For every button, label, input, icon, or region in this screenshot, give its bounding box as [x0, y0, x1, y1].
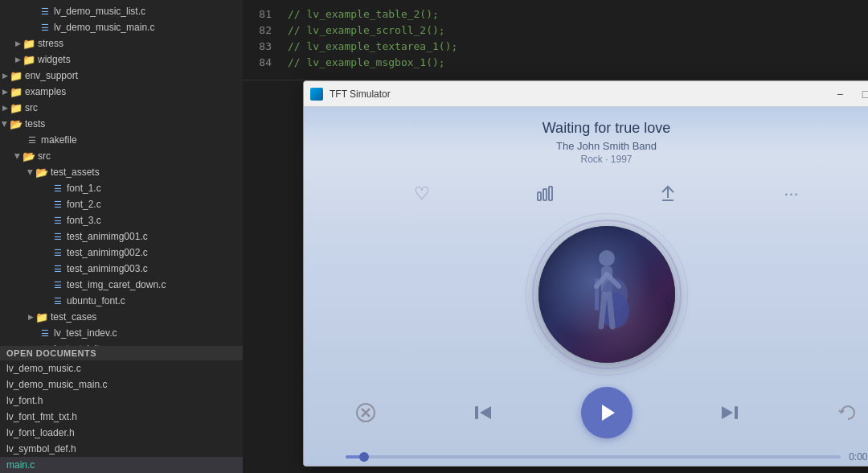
tree-item-test-img-caret[interactable]: ☰ test_img_caret_down.c [0, 277, 243, 293]
chevron-right-icon: ▶ [0, 104, 10, 112]
tree-item-test-cases[interactable]: ▶ 📁 test_cases [0, 309, 243, 325]
tree-label: test_animimg001.c [67, 231, 148, 242]
folder-icon: 📁 [23, 53, 35, 66]
maximize-button[interactable]: □ [854, 86, 868, 102]
favorite-button[interactable]: ♡ [406, 178, 438, 210]
simulator-titlebar: TFT Simulator − □ × [304, 81, 868, 107]
tree-label: ubuntu_font.c [67, 295, 125, 306]
svg-marker-18 [722, 406, 733, 419]
svg-point-3 [599, 250, 615, 266]
tree-label: test_animimg003.c [67, 263, 148, 274]
open-doc-lv-symbol-def[interactable]: lv_symbol_def.h [0, 441, 243, 457]
file-c-icon: ☰ [51, 294, 64, 307]
music-player: Waiting for true love The John Smith Ban… [304, 107, 868, 466]
file-c-icon: ☰ [51, 198, 64, 211]
chart-button[interactable] [529, 178, 561, 210]
progress-bar[interactable] [346, 455, 841, 459]
play-button[interactable] [581, 387, 633, 438]
line-num-84: 84 [249, 55, 272, 71]
tree-label: test_cases [51, 311, 96, 323]
tree-item-env-support[interactable]: ▶ 📁 env_support [0, 68, 243, 84]
tree-item-src-root[interactable]: ▶ 📁 src [0, 100, 243, 116]
open-doc-lv-demo-music-main[interactable]: lv_demo_music_main.c [0, 376, 243, 393]
shuffle-button[interactable] [346, 393, 386, 433]
previous-button[interactable] [463, 393, 503, 433]
tree-item-test-animimg002[interactable]: ☰ test_animimg002.c [0, 245, 243, 261]
file-c-icon: ☰ [39, 327, 51, 339]
open-doc-label: main.c [6, 459, 35, 471]
file-c-icon: ☰ [51, 278, 64, 291]
chevron-down-icon: ▶ [1, 119, 9, 129]
folder-icon: 📁 [10, 69, 23, 82]
code-lines: 81 82 83 84 // lv_example_table_2(); // … [243, 0, 868, 80]
tree-item-ubuntu-font[interactable]: ☰ ubuntu_font.c [0, 293, 243, 309]
progress-thumb [359, 452, 369, 462]
simulator-title: TFT Simulator [330, 88, 829, 100]
open-doc-main-c[interactable]: main.c [0, 457, 243, 473]
simulator-window-controls: − □ × [829, 86, 868, 102]
share-button[interactable] [652, 178, 684, 210]
file-c-icon: ☰ [51, 262, 64, 275]
chevron-right-icon: ▶ [13, 56, 23, 64]
code-line-82: // lv_example_scroll_2(); [281, 23, 868, 39]
tree-item-widgets[interactable]: ▶ 📁 widgets [0, 51, 243, 68]
tree-label: examples [25, 86, 66, 97]
tree-item-tests[interactable]: ▶ 📂 tests [0, 116, 243, 132]
tree-item-stress[interactable]: ▶ 📁 stress [0, 35, 243, 51]
tree-label: env_support [25, 70, 78, 81]
song-title: Waiting for true love [542, 120, 670, 137]
line-num-81: 81 [249, 6, 272, 23]
minimize-button[interactable]: − [829, 86, 851, 102]
tree-item-makefile[interactable]: ☰ makefile [0, 132, 243, 148]
chevron-down-icon: ▶ [14, 151, 22, 161]
tree-item-test-assets[interactable]: ▶ 📂 test_assets [0, 164, 243, 180]
tree-label: tests [25, 118, 45, 130]
open-doc-label: lv_demo_music_main.c [6, 379, 107, 390]
progress-fill [346, 455, 366, 459]
tree-label: test_img_caret_down.c [67, 279, 166, 290]
code-line-83: // lv_example_textarea_1(); [281, 39, 868, 55]
file-icon: ☰ [26, 134, 39, 146]
file-c-icon: ☰ [39, 21, 51, 34]
folder-icon: 📁 [23, 37, 35, 50]
code-content: // lv_example_table_2(); // lv_example_s… [281, 0, 868, 80]
tree-item-test-animimg003[interactable]: ☰ test_animimg003.c [0, 261, 243, 277]
folder-open-icon: 📂 [10, 117, 23, 130]
code-line-84: // lv_example_msgbox_1(); [281, 55, 868, 71]
code-line-81: // lv_example_table_2(); [281, 6, 868, 23]
repeat-button[interactable] [828, 393, 868, 433]
action-icons-row: ♡ ··· [406, 178, 808, 210]
tree-item-lv-test-indev[interactable]: ☰ lv_test_indev.c [0, 325, 243, 341]
tree-item-lv-demo-music-main[interactable]: ☰ lv_demo_music_main.c [0, 19, 243, 35]
open-doc-lv-font-fmt[interactable]: lv_font_fmt_txt.h [0, 409, 243, 425]
open-doc-lv-font[interactable]: lv_font.h [0, 393, 243, 409]
file-tree: ☰ lv_demo_music_list.c ☰ lv_demo_music_m… [0, 0, 243, 346]
code-editor-area: 81 82 83 84 // lv_example_table_2(); // … [243, 0, 868, 473]
chevron-right-icon: ▶ [13, 39, 23, 47]
tree-label: lv_demo_music_main.c [54, 22, 154, 33]
tree-item-src2[interactable]: ▶ 📂 src [0, 148, 243, 164]
open-doc-label: lv_font.h [6, 395, 43, 406]
next-button[interactable] [710, 393, 750, 433]
open-doc-label: lv_font_loader.h [6, 427, 75, 438]
open-doc-label: lv_font_fmt_txt.h [6, 411, 77, 422]
svg-rect-16 [475, 406, 478, 419]
tree-item-font2[interactable]: ☰ font_2.c [0, 196, 243, 212]
tree-item-lv-demo-music-list[interactable]: ☰ lv_demo_music_list.c [0, 3, 243, 19]
tree-item-font3[interactable]: ☰ font_3.c [0, 212, 243, 228]
svg-rect-2 [549, 187, 552, 200]
time-current: 0:00 [849, 451, 867, 463]
tree-label: src [25, 102, 38, 113]
tree-item-test-animimg001[interactable]: ☰ test_animimg001.c [0, 228, 243, 245]
open-doc-lv-demo-music[interactable]: lv_demo_music.c [0, 360, 243, 376]
svg-rect-1 [543, 189, 547, 200]
tree-label: widgets [38, 54, 71, 65]
tree-item-font1[interactable]: ☰ font_1.c [0, 180, 243, 196]
open-docs-list: lv_demo_music.c lv_demo_music_main.c lv_… [0, 360, 243, 473]
song-info: Rock · 1997 [580, 154, 632, 165]
open-doc-lv-font-loader[interactable]: lv_font_loader.h [0, 425, 243, 441]
more-button[interactable]: ··· [775, 178, 807, 210]
playback-controls [346, 387, 868, 438]
tree-label: test_assets [51, 167, 100, 178]
tree-item-examples[interactable]: ▶ 📁 examples [0, 84, 243, 100]
